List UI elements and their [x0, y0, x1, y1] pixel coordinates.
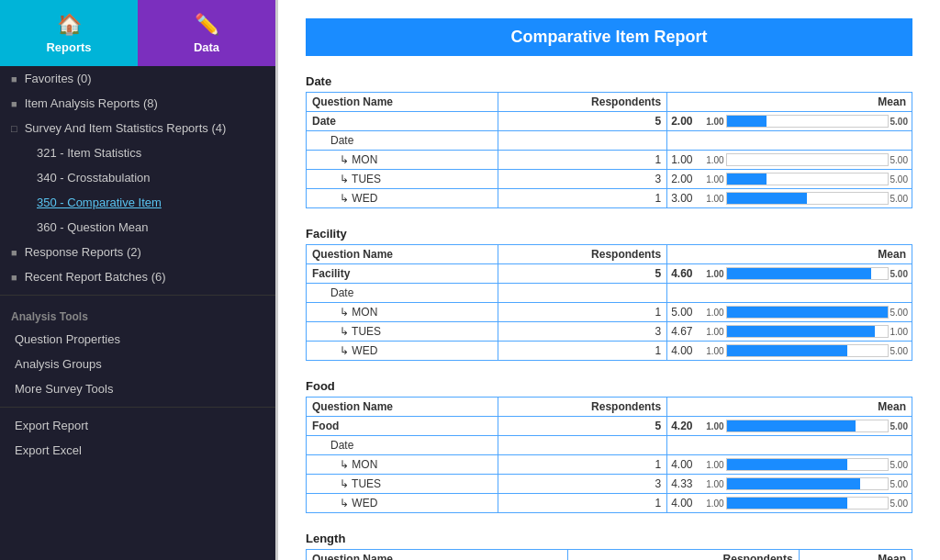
- sidebar-item-analysis-groups[interactable]: Analysis Groups: [0, 352, 275, 376]
- sidebar-item-favorites[interactable]: ■ Favorites (0): [0, 66, 275, 91]
- bar-fill: [727, 459, 847, 470]
- cell-respondents: 1: [498, 455, 666, 475]
- table-date-section: Question NameRespondentsMeanDate52.001.0…: [306, 92, 912, 208]
- col-header-1: Respondents: [498, 398, 666, 417]
- bar-max-label: 1.00: [890, 327, 908, 337]
- tab-reports[interactable]: 🏠 Reports: [0, 0, 138, 66]
- col-header-2: Mean: [667, 245, 912, 264]
- table-row: Date: [307, 436, 912, 455]
- cell-name: Date: [307, 284, 498, 303]
- sidebar-item-350-label: 350 - Comparative Item: [37, 196, 162, 209]
- sidebar-item-response-reports[interactable]: ■ Response Reports (2): [0, 240, 275, 264]
- col-header-2: Mean: [799, 550, 912, 561]
- cell-respondents: 1: [498, 342, 666, 361]
- table-row: ↳ WED13.001.005.00: [307, 189, 912, 208]
- bar-max-label: 5.00: [890, 308, 908, 318]
- col-header-0: Question Name: [307, 398, 498, 417]
- table-row: Date: [307, 284, 912, 303]
- cell-mean: 4.001.005.00: [667, 455, 912, 475]
- bar-max-label: 5.00: [890, 479, 908, 489]
- sidebar-item-item-analysis-label: Item Analysis Reports (8): [25, 96, 158, 110]
- cell-name: ↳ WED: [307, 494, 498, 513]
- section-label-food-section: Food: [306, 379, 912, 393]
- sidebar-item-340[interactable]: 340 - Crosstabulation: [0, 165, 275, 190]
- square-filled-icon: ■: [11, 73, 17, 84]
- mean-value: 5.00: [671, 306, 704, 319]
- bar-fill: [727, 307, 888, 318]
- sidebar-item-item-analysis[interactable]: ■ Item Analysis Reports (8): [0, 91, 275, 116]
- bar-wrapper: [726, 267, 889, 280]
- bar-wrapper: [726, 153, 889, 166]
- bar-max-label: 5.00: [890, 117, 908, 127]
- cell-name: ↳ MON: [307, 151, 498, 170]
- tab-data[interactable]: ✏️ Data: [138, 0, 275, 66]
- square-filled-icon-4: ■: [11, 272, 17, 283]
- bar-min-label: 1.00: [706, 174, 723, 185]
- cell-name: ↳ TUES: [307, 322, 498, 342]
- mean-value: 2.00: [671, 115, 704, 128]
- section-length-section: LengthQuestion NameRespondentsMean: [306, 532, 912, 560]
- table-row: ↳ TUES34.671.001.00: [307, 322, 912, 342]
- table-length-section: Question NameRespondentsMean: [306, 549, 912, 560]
- cell-respondents: [498, 131, 666, 151]
- bar-fill: [727, 174, 767, 185]
- cell-respondents: 5: [498, 112, 666, 131]
- bar-fill: [727, 478, 860, 489]
- sidebar-item-export-report[interactable]: Export Report: [0, 413, 275, 438]
- bar-min-label: 1.00: [706, 346, 723, 356]
- table-food-section: Question NameRespondentsMeanFood54.201.0…: [306, 397, 912, 513]
- divider-2: [0, 407, 275, 408]
- sidebar-item-360[interactable]: 360 - Question Mean: [0, 215, 275, 240]
- cell-respondents: 5: [498, 417, 666, 436]
- cell-mean: 3.001.005.00: [667, 189, 912, 208]
- mean-value: 4.00: [671, 458, 704, 471]
- sidebar-item-survey-stats-label: Survey And Item Statistics Reports (4): [25, 121, 227, 135]
- sidebar-header: 🏠 Reports ✏️ Data: [0, 0, 275, 66]
- cell-name: ↳ WED: [307, 189, 498, 208]
- cell-name: Date: [307, 436, 498, 455]
- cell-respondents: 3: [498, 322, 666, 342]
- bar-wrapper: [726, 497, 889, 510]
- table-row: Food54.201.005.00: [307, 417, 912, 436]
- sidebar-item-more-survey-tools[interactable]: More Survey Tools: [0, 376, 275, 401]
- bar-max-label: 5.00: [890, 346, 908, 356]
- table-facility-section: Question NameRespondentsMeanFacility54.6…: [306, 244, 912, 361]
- sidebar-item-export-excel[interactable]: Export Excel: [0, 438, 275, 463]
- cell-name: ↳ TUES: [307, 170, 498, 189]
- table-row: ↳ MON14.001.005.00: [307, 455, 912, 475]
- bar-min-label: 1.00: [706, 117, 723, 127]
- mean-value: 4.20: [671, 420, 704, 432]
- sidebar-item-350[interactable]: 350 - Comparative Item: [0, 190, 275, 215]
- sidebar-item-recent-batches[interactable]: ■ Recent Report Batches (6): [0, 264, 275, 289]
- cell-respondents: 1: [498, 189, 666, 208]
- bar-max-label: 5.00: [890, 174, 908, 185]
- sidebar-item-question-properties[interactable]: Question Properties: [0, 327, 275, 352]
- section-label-date-section: Date: [306, 74, 912, 88]
- sidebar-item-survey-stats[interactable]: □ Survey And Item Statistics Reports (4): [0, 116, 275, 140]
- mean-value: 3.00: [671, 192, 704, 205]
- col-header-1: Respondents: [498, 93, 666, 112]
- bar-fill: [727, 345, 847, 356]
- bar-min-label: 1.00: [706, 460, 723, 470]
- bar-min-label: 1.00: [706, 421, 723, 431]
- bar-wrapper: [726, 420, 889, 432]
- cell-mean: 5.001.005.00: [667, 303, 912, 322]
- bar-min-label: 1.00: [706, 498, 723, 509]
- cell-name: Date: [307, 112, 498, 131]
- col-header-2: Mean: [667, 93, 912, 112]
- cell-name: ↳ TUES: [307, 475, 498, 494]
- analysis-tools-label: Analysis Tools: [0, 301, 275, 327]
- cell-respondents: 3: [498, 170, 666, 189]
- table-row: Date52.001.005.00: [307, 112, 912, 131]
- cell-respondents: 1: [498, 303, 666, 322]
- bar-min-label: 1.00: [706, 269, 723, 279]
- col-header-1: Respondents: [498, 245, 666, 264]
- section-date-section: DateQuestion NameRespondentsMeanDate52.0…: [306, 74, 912, 208]
- bar-wrapper: [726, 306, 889, 319]
- sidebar-item-321[interactable]: 321 - Item Statistics: [0, 140, 275, 165]
- bar-wrapper: [726, 115, 889, 128]
- mean-value: 4.60: [671, 267, 704, 280]
- sidebar-item-more-survey-tools-label: More Survey Tools: [15, 382, 113, 396]
- cell-name: Facility: [307, 264, 498, 284]
- report-sections: DateQuestion NameRespondentsMeanDate52.0…: [306, 74, 912, 560]
